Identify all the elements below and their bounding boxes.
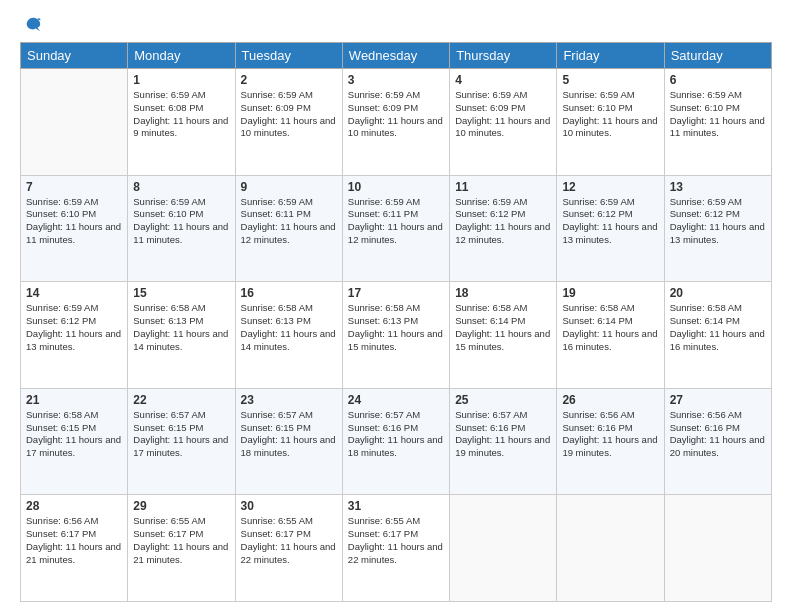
header-day-friday: Friday <box>557 43 664 69</box>
header-day-thursday: Thursday <box>450 43 557 69</box>
day-info: Sunrise: 6:59 AMSunset: 6:12 PMDaylight:… <box>670 196 765 245</box>
day-cell <box>21 69 128 176</box>
day-info: Sunrise: 6:58 AMSunset: 6:14 PMDaylight:… <box>562 302 657 351</box>
day-number: 15 <box>133 286 229 300</box>
day-number: 29 <box>133 499 229 513</box>
day-cell: 12 Sunrise: 6:59 AMSunset: 6:12 PMDaylig… <box>557 175 664 282</box>
day-number: 16 <box>241 286 337 300</box>
header-day-wednesday: Wednesday <box>342 43 449 69</box>
day-info: Sunrise: 6:58 AMSunset: 6:13 PMDaylight:… <box>241 302 336 351</box>
day-info: Sunrise: 6:58 AMSunset: 6:14 PMDaylight:… <box>670 302 765 351</box>
day-number: 21 <box>26 393 122 407</box>
day-cell: 27 Sunrise: 6:56 AMSunset: 6:16 PMDaylig… <box>664 388 771 495</box>
day-info: Sunrise: 6:59 AMSunset: 6:10 PMDaylight:… <box>133 196 228 245</box>
day-info: Sunrise: 6:59 AMSunset: 6:10 PMDaylight:… <box>562 89 657 138</box>
day-info: Sunrise: 6:59 AMSunset: 6:12 PMDaylight:… <box>562 196 657 245</box>
day-cell: 16 Sunrise: 6:58 AMSunset: 6:13 PMDaylig… <box>235 282 342 389</box>
day-cell: 19 Sunrise: 6:58 AMSunset: 6:14 PMDaylig… <box>557 282 664 389</box>
day-cell: 22 Sunrise: 6:57 AMSunset: 6:15 PMDaylig… <box>128 388 235 495</box>
day-info: Sunrise: 6:56 AMSunset: 6:16 PMDaylight:… <box>670 409 765 458</box>
day-number: 5 <box>562 73 658 87</box>
day-info: Sunrise: 6:59 AMSunset: 6:12 PMDaylight:… <box>455 196 550 245</box>
day-info: Sunrise: 6:59 AMSunset: 6:11 PMDaylight:… <box>348 196 443 245</box>
day-cell <box>450 495 557 602</box>
day-info: Sunrise: 6:56 AMSunset: 6:16 PMDaylight:… <box>562 409 657 458</box>
week-row-5: 28 Sunrise: 6:56 AMSunset: 6:17 PMDaylig… <box>21 495 772 602</box>
day-info: Sunrise: 6:55 AMSunset: 6:17 PMDaylight:… <box>348 515 443 564</box>
day-cell: 26 Sunrise: 6:56 AMSunset: 6:16 PMDaylig… <box>557 388 664 495</box>
header-day-sunday: Sunday <box>21 43 128 69</box>
day-info: Sunrise: 6:59 AMSunset: 6:10 PMDaylight:… <box>670 89 765 138</box>
day-number: 11 <box>455 180 551 194</box>
day-info: Sunrise: 6:57 AMSunset: 6:15 PMDaylight:… <box>241 409 336 458</box>
day-info: Sunrise: 6:59 AMSunset: 6:09 PMDaylight:… <box>241 89 336 138</box>
day-number: 19 <box>562 286 658 300</box>
day-cell: 5 Sunrise: 6:59 AMSunset: 6:10 PMDayligh… <box>557 69 664 176</box>
day-number: 17 <box>348 286 444 300</box>
day-number: 1 <box>133 73 229 87</box>
day-number: 31 <box>348 499 444 513</box>
week-row-4: 21 Sunrise: 6:58 AMSunset: 6:15 PMDaylig… <box>21 388 772 495</box>
day-info: Sunrise: 6:59 AMSunset: 6:12 PMDaylight:… <box>26 302 121 351</box>
day-number: 26 <box>562 393 658 407</box>
day-cell: 2 Sunrise: 6:59 AMSunset: 6:09 PMDayligh… <box>235 69 342 176</box>
day-cell: 1 Sunrise: 6:59 AMSunset: 6:08 PMDayligh… <box>128 69 235 176</box>
day-cell: 30 Sunrise: 6:55 AMSunset: 6:17 PMDaylig… <box>235 495 342 602</box>
day-cell: 31 Sunrise: 6:55 AMSunset: 6:17 PMDaylig… <box>342 495 449 602</box>
day-cell: 3 Sunrise: 6:59 AMSunset: 6:09 PMDayligh… <box>342 69 449 176</box>
day-info: Sunrise: 6:57 AMSunset: 6:15 PMDaylight:… <box>133 409 228 458</box>
week-row-1: 1 Sunrise: 6:59 AMSunset: 6:08 PMDayligh… <box>21 69 772 176</box>
day-cell: 14 Sunrise: 6:59 AMSunset: 6:12 PMDaylig… <box>21 282 128 389</box>
day-cell: 7 Sunrise: 6:59 AMSunset: 6:10 PMDayligh… <box>21 175 128 282</box>
day-number: 2 <box>241 73 337 87</box>
day-cell: 11 Sunrise: 6:59 AMSunset: 6:12 PMDaylig… <box>450 175 557 282</box>
day-info: Sunrise: 6:58 AMSunset: 6:14 PMDaylight:… <box>455 302 550 351</box>
day-info: Sunrise: 6:59 AMSunset: 6:09 PMDaylight:… <box>455 89 550 138</box>
day-number: 9 <box>241 180 337 194</box>
day-number: 6 <box>670 73 766 87</box>
day-cell: 24 Sunrise: 6:57 AMSunset: 6:16 PMDaylig… <box>342 388 449 495</box>
day-number: 25 <box>455 393 551 407</box>
week-row-3: 14 Sunrise: 6:59 AMSunset: 6:12 PMDaylig… <box>21 282 772 389</box>
day-info: Sunrise: 6:58 AMSunset: 6:13 PMDaylight:… <box>133 302 228 351</box>
day-number: 3 <box>348 73 444 87</box>
day-number: 14 <box>26 286 122 300</box>
day-cell: 29 Sunrise: 6:55 AMSunset: 6:17 PMDaylig… <box>128 495 235 602</box>
day-info: Sunrise: 6:55 AMSunset: 6:17 PMDaylight:… <box>133 515 228 564</box>
day-cell: 6 Sunrise: 6:59 AMSunset: 6:10 PMDayligh… <box>664 69 771 176</box>
day-number: 20 <box>670 286 766 300</box>
day-info: Sunrise: 6:58 AMSunset: 6:15 PMDaylight:… <box>26 409 121 458</box>
header <box>20 16 772 34</box>
day-cell: 10 Sunrise: 6:59 AMSunset: 6:11 PMDaylig… <box>342 175 449 282</box>
day-info: Sunrise: 6:59 AMSunset: 6:11 PMDaylight:… <box>241 196 336 245</box>
day-info: Sunrise: 6:56 AMSunset: 6:17 PMDaylight:… <box>26 515 121 564</box>
day-number: 27 <box>670 393 766 407</box>
day-cell: 4 Sunrise: 6:59 AMSunset: 6:09 PMDayligh… <box>450 69 557 176</box>
day-cell: 13 Sunrise: 6:59 AMSunset: 6:12 PMDaylig… <box>664 175 771 282</box>
day-number: 28 <box>26 499 122 513</box>
header-row: SundayMondayTuesdayWednesdayThursdayFrid… <box>21 43 772 69</box>
day-number: 4 <box>455 73 551 87</box>
day-number: 7 <box>26 180 122 194</box>
day-number: 13 <box>670 180 766 194</box>
day-number: 12 <box>562 180 658 194</box>
day-number: 22 <box>133 393 229 407</box>
header-day-saturday: Saturday <box>664 43 771 69</box>
day-info: Sunrise: 6:59 AMSunset: 6:09 PMDaylight:… <box>348 89 443 138</box>
day-info: Sunrise: 6:57 AMSunset: 6:16 PMDaylight:… <box>455 409 550 458</box>
header-day-tuesday: Tuesday <box>235 43 342 69</box>
day-info: Sunrise: 6:55 AMSunset: 6:17 PMDaylight:… <box>241 515 336 564</box>
logo <box>20 16 44 34</box>
day-number: 30 <box>241 499 337 513</box>
day-cell: 28 Sunrise: 6:56 AMSunset: 6:17 PMDaylig… <box>21 495 128 602</box>
day-number: 18 <box>455 286 551 300</box>
page: SundayMondayTuesdayWednesdayThursdayFrid… <box>0 0 792 612</box>
day-cell: 8 Sunrise: 6:59 AMSunset: 6:10 PMDayligh… <box>128 175 235 282</box>
day-cell: 18 Sunrise: 6:58 AMSunset: 6:14 PMDaylig… <box>450 282 557 389</box>
day-cell <box>557 495 664 602</box>
day-info: Sunrise: 6:59 AMSunset: 6:10 PMDaylight:… <box>26 196 121 245</box>
calendar-table: SundayMondayTuesdayWednesdayThursdayFrid… <box>20 42 772 602</box>
day-number: 24 <box>348 393 444 407</box>
day-cell: 21 Sunrise: 6:58 AMSunset: 6:15 PMDaylig… <box>21 388 128 495</box>
day-cell: 17 Sunrise: 6:58 AMSunset: 6:13 PMDaylig… <box>342 282 449 389</box>
